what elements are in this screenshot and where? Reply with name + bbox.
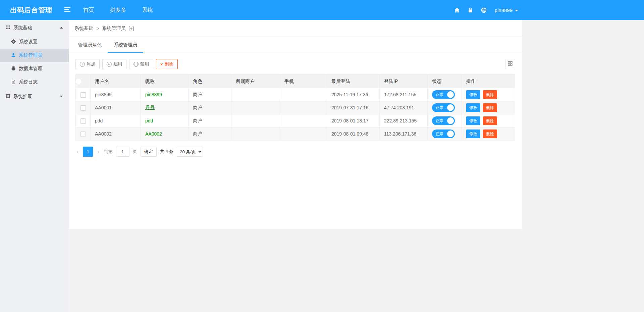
- col-header-role: 角色: [189, 75, 231, 88]
- status-toggle[interactable]: 正常: [432, 129, 455, 138]
- enable-button-label: 启用: [113, 61, 122, 67]
- sidebar-group-system-base[interactable]: 系统基础: [0, 20, 69, 35]
- nav-item-system[interactable]: 系统: [134, 0, 161, 20]
- user-icon: [11, 53, 16, 58]
- status-toggle[interactable]: 正常: [432, 116, 455, 125]
- play-circle-icon: ▸: [107, 62, 112, 67]
- status-toggle[interactable]: 正常: [432, 90, 455, 99]
- delete-button[interactable]: × 删除: [156, 59, 178, 69]
- sidebar-group-system-extend[interactable]: 系统扩展: [0, 89, 69, 104]
- delete-row-button[interactable]: 删除: [483, 116, 497, 125]
- toolbar-button-group: + 添加 ▸ 启用 ❘❘ 禁用 × 删除: [75, 59, 178, 69]
- add-button-label: 添加: [87, 61, 95, 67]
- nav-item-home[interactable]: 首页: [75, 0, 102, 20]
- table-row: AA0002AA0002商户2019-08-01 09:48113.206.17…: [76, 127, 515, 141]
- breadcrumb-separator: >: [96, 26, 99, 31]
- app-title: 出码后台管理: [0, 6, 60, 15]
- enable-button[interactable]: ▸ 启用: [102, 59, 126, 69]
- toggle-knob-icon: [447, 117, 454, 124]
- user-menu[interactable]: pin8899: [495, 0, 518, 20]
- top-nav: 首页 拼多多 系统: [75, 0, 161, 20]
- table-toolbar: + 添加 ▸ 启用 ❘❘ 禁用 × 删除: [75, 59, 515, 69]
- nickname-link[interactable]: AA0002: [145, 131, 162, 137]
- goto-page-input[interactable]: [116, 147, 129, 157]
- content-card: 管理员角色 系统管理员 + 添加 ▸ 启用 ❘❘ 禁用: [69, 37, 522, 229]
- main-content: 系统基础 > 系统管理员 [+] 管理员角色 系统管理员 + 添加 ▸ 启用: [69, 20, 522, 229]
- per-page-select[interactable]: 20 条/页: [177, 147, 203, 157]
- toggle-knob-icon: [447, 91, 454, 98]
- edit-row-button[interactable]: 修改: [466, 90, 480, 99]
- sidebar-group-label: 系统扩展: [13, 94, 32, 100]
- edit-row-button[interactable]: 修改: [466, 103, 480, 112]
- col-header-nickname: 昵称: [141, 75, 189, 88]
- edit-row-button[interactable]: 修改: [466, 116, 480, 125]
- sidebar-item-label: 系统日志: [19, 79, 38, 85]
- sidebar-item-label: 数据库管理: [19, 66, 42, 72]
- disable-button-label: 禁用: [140, 61, 149, 67]
- sidebar-item-label: 系统设置: [19, 39, 38, 45]
- grid-columns-icon: [508, 61, 513, 67]
- column-settings-button[interactable]: [505, 59, 515, 69]
- last-login-cell: 2019-08-01 18:17: [331, 118, 369, 123]
- table-header-row: 用户名 昵称 角色 所属商户 手机 最后登陆 登陆IP 状态 操作: [76, 75, 515, 88]
- gear-icon: [11, 39, 16, 45]
- breadcrumb-add-tab[interactable]: [+]: [128, 26, 134, 31]
- nickname-link[interactable]: 丹丹: [145, 105, 155, 110]
- nickname-link[interactable]: pin8899: [145, 92, 162, 97]
- row-checkbox[interactable]: [80, 118, 86, 124]
- delete-row-button[interactable]: 删除: [483, 90, 497, 99]
- table-row: pin8899pin8899商户2025-11-19 17:36172.68.2…: [76, 88, 515, 101]
- chevron-down-icon: [60, 96, 63, 97]
- tab-system-admins[interactable]: 系统管理员: [108, 37, 143, 53]
- goto-label: 到第: [104, 149, 113, 155]
- col-header-phone: 手机: [280, 75, 327, 88]
- sidebar-item-system-admins[interactable]: 系统管理员: [0, 49, 69, 62]
- username-cell: pdd: [95, 118, 103, 123]
- tab-admin-roles[interactable]: 管理员角色: [72, 37, 108, 53]
- total-count-label: 共 4 条: [160, 149, 173, 155]
- language-globe-icon[interactable]: [481, 0, 487, 20]
- prev-page-icon[interactable]: ‹: [75, 149, 79, 155]
- col-header-status: 状态: [428, 75, 462, 88]
- sidebar-item-label: 系统管理员: [19, 52, 42, 58]
- chevron-up-icon: [60, 27, 63, 29]
- page-number-button[interactable]: 1: [83, 147, 93, 157]
- sidebar-collapse-button[interactable]: [60, 0, 75, 20]
- add-button[interactable]: + 添加: [75, 59, 100, 69]
- confirm-page-button[interactable]: 确定: [141, 147, 157, 157]
- edit-row-button[interactable]: 修改: [466, 129, 480, 138]
- sidebar-item-database[interactable]: 数据库管理: [0, 62, 69, 75]
- col-header-last-login: 最后登陆: [327, 75, 380, 88]
- lock-icon[interactable]: [468, 0, 473, 20]
- delete-row-button[interactable]: 删除: [483, 129, 497, 138]
- last-login-cell: 2019-08-01 09:48: [331, 131, 369, 137]
- row-checkbox[interactable]: [80, 92, 86, 98]
- login-ip-cell: 222.89.213.155: [384, 118, 417, 123]
- select-all-checkbox[interactable]: [76, 79, 81, 84]
- col-header-login-ip: 登陆IP: [380, 75, 428, 88]
- home-icon[interactable]: [454, 0, 460, 20]
- username-cell: AA0002: [95, 131, 112, 137]
- sidebar-item-system-settings[interactable]: 系统设置: [0, 35, 69, 49]
- hamburger-icon: [64, 7, 70, 13]
- row-checkbox[interactable]: [80, 105, 86, 111]
- username: pin8899: [495, 7, 513, 13]
- col-header-merchant: 所属商户: [231, 75, 280, 88]
- breadcrumb-item[interactable]: 系统基础: [74, 25, 93, 32]
- role-cell: 商户: [193, 105, 202, 110]
- page-suffix-label: 页: [133, 149, 137, 155]
- role-cell: 商户: [193, 92, 202, 97]
- next-page-icon[interactable]: ›: [96, 149, 100, 155]
- breadcrumb-item[interactable]: 系统管理员: [102, 25, 125, 32]
- delete-row-button[interactable]: 删除: [483, 103, 497, 112]
- username-cell: AA0001: [95, 105, 112, 110]
- nav-item-pinduoduo[interactable]: 拼多多: [102, 0, 134, 20]
- nickname-link[interactable]: pdd: [145, 118, 153, 123]
- table-body: pin8899pin8899商户2025-11-19 17:36172.68.2…: [76, 88, 515, 141]
- apps-grid-icon: [6, 25, 10, 31]
- login-ip-cell: 172.68.211.155: [384, 92, 416, 97]
- sidebar-item-system-logs[interactable]: 系统日志: [0, 75, 69, 89]
- disable-button[interactable]: ❘❘ 禁用: [129, 59, 153, 69]
- status-toggle[interactable]: 正常: [432, 103, 455, 112]
- row-checkbox[interactable]: [80, 132, 86, 137]
